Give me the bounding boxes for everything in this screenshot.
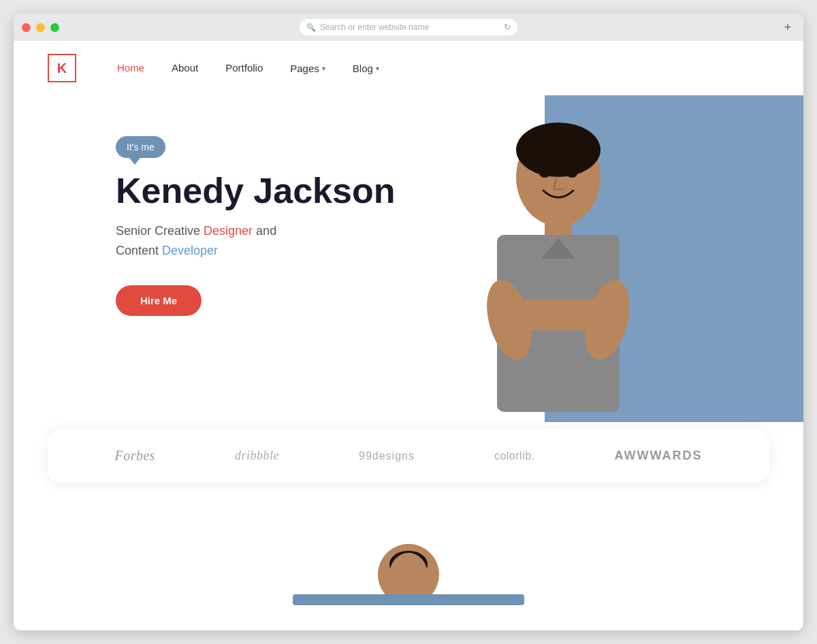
search-icon: 🔍	[306, 23, 316, 32]
svg-point-11	[389, 553, 428, 596]
hero-section: It's me Kenedy Jackson Senior Creative D…	[14, 95, 803, 436]
person-svg	[449, 109, 667, 463]
hero-subtitle: Senior Creative Designer and Content Dev…	[116, 221, 769, 261]
nav-item-about[interactable]: About	[172, 62, 198, 74]
nav-item-portfolio[interactable]: Portfolio	[225, 62, 263, 74]
minimize-button[interactable]	[36, 23, 45, 32]
svg-point-9	[566, 170, 577, 178]
brand-awwwards: AWWWARDS	[614, 449, 702, 463]
close-button[interactable]	[22, 23, 31, 32]
svg-rect-7	[507, 300, 609, 330]
brand-colorlib: colorlib.	[494, 450, 535, 462]
hero-name: Kenedy Jackson	[116, 172, 769, 210]
nav-links: Home About Portfolio Pages ▾ Blog	[117, 62, 379, 74]
address-bar-text: Search or enter website name	[320, 22, 429, 32]
nav-link-portfolio[interactable]: Portfolio	[225, 62, 263, 74]
nav-link-home[interactable]: Home	[117, 62, 144, 74]
browser-titlebar: 🔍 Search or enter website name ↻ +	[14, 14, 803, 41]
subtitle-text-3: Content	[116, 244, 162, 257]
chevron-down-icon: ▾	[322, 65, 325, 72]
chevron-down-icon-blog: ▾	[376, 65, 379, 72]
developer-text: Developer	[162, 244, 218, 257]
new-tab-button[interactable]: +	[780, 20, 795, 35]
refresh-icon[interactable]: ↻	[504, 22, 511, 32]
brand-99designs: 99designs	[359, 450, 415, 462]
nav-item-home[interactable]: Home	[117, 62, 144, 74]
maximize-button[interactable]	[50, 23, 59, 32]
bottom-section-hint	[14, 524, 803, 619]
nav-link-pages[interactable]: Pages ▾	[290, 63, 325, 74]
brands-bar: Forbes dribbble 99designs colorlib. AWWW…	[48, 429, 769, 483]
hero-person-image	[449, 109, 667, 463]
bubble-text: It's me	[127, 142, 155, 152]
speech-bubble: It's me	[116, 136, 165, 158]
nav-item-blog[interactable]: Blog ▾	[353, 63, 379, 74]
brand-forbes: Forbes	[114, 448, 155, 464]
browser-window: 🔍 Search or enter website name ↻ + K Hom…	[14, 14, 803, 630]
logo-box[interactable]: K	[48, 54, 76, 82]
svg-point-8	[539, 170, 550, 178]
svg-point-1	[516, 123, 600, 177]
navbar: K Home About Portfolio Pages ▾	[14, 41, 803, 95]
brand-dribbble: dribbble	[235, 449, 279, 463]
subtitle-text-1: Senior Creative	[116, 224, 204, 238]
nav-link-blog[interactable]: Blog ▾	[353, 63, 379, 74]
bottom-blue-bar	[293, 594, 524, 605]
nav-link-about[interactable]: About	[172, 62, 198, 74]
subtitle-text-2: and	[253, 224, 276, 238]
nav-item-pages[interactable]: Pages ▾	[290, 63, 325, 74]
designer-text: Designer	[204, 224, 253, 238]
logo-letter: K	[57, 61, 67, 76]
address-bar[interactable]: 🔍 Search or enter website name ↻	[300, 19, 517, 35]
hire-me-button[interactable]: Hire Me	[116, 285, 202, 316]
website-content: K Home About Portfolio Pages ▾	[14, 41, 803, 630]
